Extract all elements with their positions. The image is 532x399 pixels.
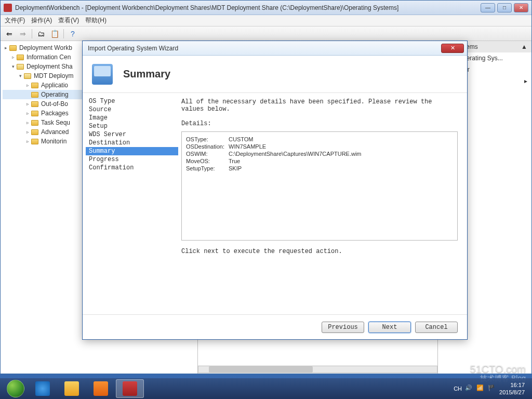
folder-open-icon xyxy=(24,73,31,79)
folder-icon xyxy=(31,120,38,126)
menu-help[interactable]: 帮助(H) xyxy=(85,16,107,25)
scroll-thumb[interactable] xyxy=(209,366,313,373)
expand-icon[interactable]: ▹ xyxy=(10,55,16,60)
folder-icon xyxy=(9,45,17,51)
collapse-icon[interactable]: ▲ xyxy=(521,43,527,50)
step-dest[interactable]: Destination xyxy=(86,139,178,147)
up-button[interactable]: 🗂 xyxy=(35,28,47,39)
step-progress[interactable]: Progress xyxy=(86,155,178,164)
detail-osdest: OSDestination:WIN7SAMPLE xyxy=(186,143,453,150)
tray-icon[interactable]: 🔊 xyxy=(465,384,473,393)
step-wds[interactable]: WDS Server xyxy=(86,130,178,139)
tree-label: Applicatio xyxy=(41,82,68,89)
maximize-button[interactable]: □ xyxy=(497,3,512,12)
expand-icon[interactable]: ▹ xyxy=(24,129,31,135)
menu-view[interactable]: 查看(V) xyxy=(58,16,79,25)
tree-label: Deployment Sha xyxy=(26,63,73,70)
step-confirm[interactable]: Confirmation xyxy=(86,164,178,172)
wizard-instruction: All of the necessary details have been s… xyxy=(181,98,458,113)
wizard-nav: OS Type Source Image Setup WDS Server De… xyxy=(83,93,181,314)
refresh-button[interactable]: 📋 xyxy=(49,28,60,39)
menu-file[interactable]: 文件(F) xyxy=(5,16,25,25)
help-button[interactable]: ? xyxy=(67,28,78,39)
system-tray: CH 🔊 📶 🏴 16:17 2015/8/27 xyxy=(454,381,529,396)
step-setup[interactable]: Setup xyxy=(86,122,178,130)
computer-icon xyxy=(92,64,113,85)
previous-button[interactable]: Previous xyxy=(322,322,364,333)
start-button[interactable] xyxy=(3,379,28,398)
separator xyxy=(63,29,64,38)
expand-icon[interactable]: ▹ xyxy=(24,101,31,107)
wizard-footer-text: Click next to execute the requested acti… xyxy=(181,248,458,255)
time: 16:17 xyxy=(499,381,525,389)
clock[interactable]: 16:17 2015/8/27 xyxy=(499,381,525,396)
import-os-wizard: Import Operating System Wizard ✕ Summary… xyxy=(82,41,468,340)
app-icon xyxy=(4,4,12,12)
folder-open-icon xyxy=(17,64,24,70)
separator xyxy=(32,29,32,38)
collapse-icon[interactable]: ▸ xyxy=(3,45,9,50)
wizard-close-button[interactable]: ✕ xyxy=(441,44,464,53)
back-button[interactable]: ⇐ xyxy=(4,28,15,39)
wizard-title: Import Operating System Wizard xyxy=(86,45,441,52)
folder-icon xyxy=(31,101,38,107)
minimize-button[interactable]: — xyxy=(481,3,495,12)
close-button[interactable]: ✕ xyxy=(514,3,528,12)
taskbar: CH 🔊 📶 🏴 16:17 2015/8/27 xyxy=(0,378,532,399)
expand-icon[interactable]: ▹ xyxy=(24,111,31,116)
horizontal-scrollbar[interactable] xyxy=(198,365,437,374)
step-ostype[interactable]: OS Type xyxy=(86,97,178,105)
forward-button[interactable]: ⇒ xyxy=(17,28,29,39)
step-source[interactable]: Source xyxy=(86,105,178,114)
tree-label: Operating xyxy=(41,91,69,98)
explorer-icon xyxy=(64,381,79,396)
step-image[interactable]: Image xyxy=(86,114,178,122)
tree-label: Packages xyxy=(41,110,69,117)
tree-label: Monitorin xyxy=(41,138,66,145)
titlebar: DeploymentWorkbench - [Deployment Workbe… xyxy=(1,1,531,15)
wizard-banner: Summary xyxy=(83,56,467,93)
wizard-heading: Summary xyxy=(123,68,170,80)
menu-action[interactable]: 操作(A) xyxy=(31,16,52,25)
task-ie[interactable] xyxy=(29,379,57,398)
step-summary[interactable]: Summary xyxy=(86,147,178,155)
folder-icon xyxy=(31,92,38,98)
expand-icon[interactable]: ▹ xyxy=(24,83,31,88)
task-media[interactable] xyxy=(87,379,115,398)
date: 2015/8/27 xyxy=(499,389,525,396)
wizard-body: OS Type Source Image Setup WDS Server De… xyxy=(83,93,467,314)
tree-label: Out-of-Bo xyxy=(41,100,68,108)
cancel-button[interactable]: Cancel xyxy=(415,322,458,333)
collapse-icon[interactable]: ▾ xyxy=(17,73,23,78)
detail-moveos: MoveOS:True xyxy=(186,158,453,164)
folder-icon xyxy=(17,55,24,60)
ime-indicator[interactable]: CH xyxy=(454,385,462,392)
collapse-icon[interactable]: ▾ xyxy=(10,64,16,69)
expand-icon[interactable]: ▹ xyxy=(24,139,31,144)
window-title: DeploymentWorkbench - [Deployment Workbe… xyxy=(15,4,481,11)
media-icon xyxy=(94,381,108,396)
tree-label: MDT Deploym xyxy=(34,72,73,79)
details-box: OSType:CUSTOM OSDestination:WIN7SAMPLE O… xyxy=(181,131,458,241)
details-label: Details: xyxy=(181,120,458,127)
expand-icon[interactable]: ▹ xyxy=(24,120,31,125)
flag-icon[interactable]: 🏴 xyxy=(488,384,496,393)
detail-ostype: OSType:CUSTOM xyxy=(186,136,453,142)
wizard-titlebar: Import Operating System Wizard ✕ xyxy=(83,41,467,56)
folder-icon xyxy=(31,129,38,135)
task-deployment[interactable] xyxy=(116,379,144,398)
menubar: 文件(F) 操作(A) 查看(V) 帮助(H) xyxy=(1,15,531,26)
task-explorer[interactable] xyxy=(58,379,86,398)
chevron-right-icon: ▸ xyxy=(524,77,527,86)
detail-oswim: OSWIM:C:\DeploymentShare\Captures\WIN7CA… xyxy=(186,151,453,157)
next-button[interactable]: Next xyxy=(368,322,411,333)
network-icon[interactable]: 📶 xyxy=(476,384,485,393)
tree-label: Task Sequ xyxy=(41,119,70,126)
tree-label: Deployment Workb xyxy=(19,44,72,51)
folder-icon xyxy=(31,111,38,116)
folder-icon xyxy=(31,139,38,144)
folder-icon xyxy=(31,83,38,88)
wizard-buttons: Previous Next Cancel xyxy=(83,314,467,339)
toolbar: ⇐ ⇒ 🗂 📋 ? xyxy=(1,26,531,41)
ie-icon xyxy=(35,381,50,396)
